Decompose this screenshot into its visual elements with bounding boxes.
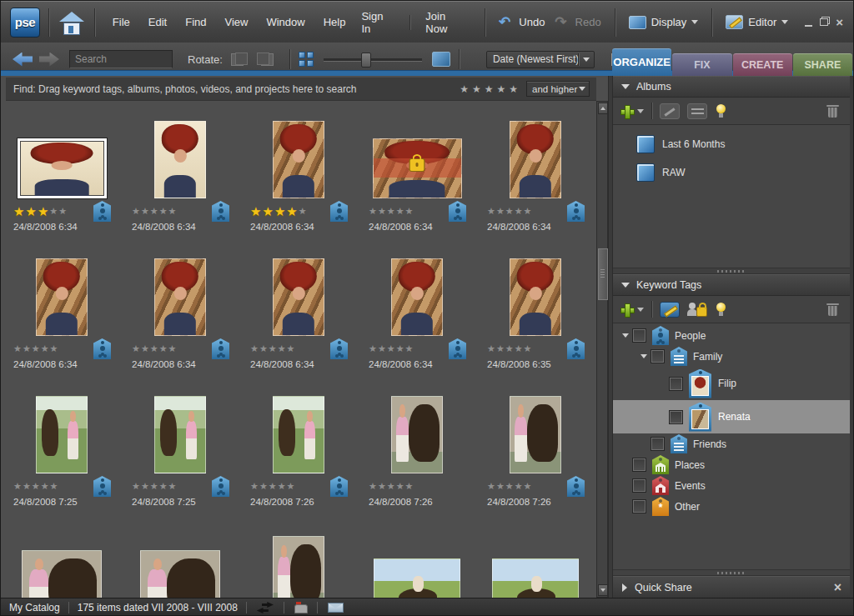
editor-menu-button[interactable]: Editor [721,12,793,33]
star-icon[interactable]: ★ [132,343,140,354]
keyword-tag-item-places[interactable]: Places [613,454,850,475]
star-icon[interactable]: ★ [41,343,49,354]
star-icon[interactable]: ★ [141,343,149,354]
star-icon[interactable]: ★ [49,206,58,217]
album-item-raw[interactable]: RAW [613,158,850,187]
edit-album-button[interactable] [660,103,680,119]
photo-thumbnail[interactable] [391,396,443,473]
rating-filter-stars[interactable]: ★★★★★ [460,83,518,95]
star-rating[interactable]: ★★★★★ [250,481,294,492]
tab-create[interactable]: CREATE [733,53,792,76]
star-icon[interactable]: ★ [141,206,149,217]
keyword-tag-badge[interactable] [212,476,229,497]
keyword-tag-badge[interactable] [567,338,585,359]
star-icon[interactable]: ★ [269,481,277,492]
star-icon[interactable]: ★ [150,481,158,492]
keyword-tag-badge[interactable] [93,338,111,359]
star-icon[interactable]: ★ [259,343,268,354]
star-icon[interactable]: ★ [132,481,140,492]
star-icon[interactable]: ★ [58,206,67,217]
star-icon[interactable]: ★ [23,343,31,354]
star-icon[interactable]: ★ [505,481,514,492]
album-tip-lightbulb-icon[interactable] [715,103,728,119]
back-button[interactable] [13,53,33,67]
star-rating[interactable]: ★★★★★ [132,206,176,217]
slider-thumb[interactable] [361,53,371,68]
delete-tag-button[interactable] [826,302,840,318]
star-rating[interactable]: ★★★★★ [13,343,58,354]
menu-find[interactable]: Find [178,13,214,32]
face-recognition-button[interactable] [687,302,707,318]
star-rating[interactable]: ★★★★★ [250,204,307,219]
star-icon[interactable]: ★ [286,204,297,219]
tag-checkbox[interactable] [632,478,646,493]
star-icon[interactable]: ★ [159,481,168,492]
tab-share[interactable]: SHARE [793,53,852,76]
photo-thumbnail[interactable] [273,396,324,473]
star-rating[interactable]: ★★★★★ [369,343,413,354]
star-icon[interactable]: ★ [487,481,495,492]
keyword-tag-badge[interactable] [567,476,585,497]
redo-button[interactable]: ↷ Redo [550,10,605,34]
photo-thumbnail[interactable] [36,396,88,473]
tag-checkbox[interactable] [669,410,683,424]
photo-thumbnail[interactable] [154,396,206,473]
star-rating[interactable]: ★★★★★ [132,481,176,492]
rotate-left-button[interactable] [229,51,249,68]
star-icon[interactable]: ★ [38,204,48,219]
photo-thumbnail[interactable] [391,258,443,336]
rating-range-dropdown[interactable]: and higher [526,81,590,97]
star-rating[interactable]: ★★★★★ [13,481,58,492]
star-icon[interactable]: ★ [524,206,532,217]
star-icon[interactable]: ★ [41,481,49,492]
tag-checkbox[interactable] [651,349,665,363]
star-icon[interactable]: ★ [396,206,404,217]
keyword-tag-item-family[interactable]: Family [613,346,850,367]
tag-tip-lightbulb-icon[interactable] [715,302,728,318]
keyword-tag-badge[interactable] [330,338,348,359]
home-button[interactable] [58,10,86,35]
keyword-tag-badge[interactable] [567,201,585,222]
star-icon[interactable]: ★ [168,206,177,217]
star-icon[interactable]: ★ [278,343,286,354]
keyword-tag-item-people[interactable]: People [613,325,850,346]
star-icon[interactable]: ★ [505,343,514,354]
photo-thumbnail[interactable] [154,121,206,198]
star-icon[interactable]: ★ [487,206,495,217]
star-icon[interactable]: ★ [378,206,386,217]
star-icon[interactable]: ★ [287,481,295,492]
keyword-tag-item-friends[interactable]: Friends [613,433,850,454]
star-icon[interactable]: ★ [405,343,414,354]
keyword-tag-badge[interactable] [330,476,348,497]
display-menu-button[interactable]: Display [624,13,704,33]
star-icon[interactable]: ★ [405,206,414,217]
star-icon[interactable]: ★ [378,481,386,492]
star-icon[interactable]: ★ [387,343,395,354]
star-rating[interactable]: ★★★★★ [487,206,531,217]
star-icon[interactable]: ★ [369,206,377,217]
find-drop-bar[interactable]: Find: Drag keyword tags, albums, photos,… [6,78,596,101]
menu-view[interactable]: View [218,13,256,32]
tag-checkbox[interactable] [632,499,646,513]
star-icon[interactable]: ★ [278,481,286,492]
star-icon[interactable]: ★ [250,343,259,354]
keyword-tag-badge[interactable] [93,201,111,222]
photo-thumbnail[interactable] [510,121,561,198]
restore-button[interactable] [820,18,828,26]
star-rating[interactable]: ★★★★★ [487,481,531,492]
photo-thumbnail[interactable] [18,138,107,198]
star-icon[interactable]: ★ [515,206,523,217]
photo-thumbnail[interactable] [373,138,462,198]
star-icon[interactable]: ★ [259,481,268,492]
keyword-tag-badge[interactable] [330,201,348,222]
photo-thumbnail[interactable] [36,258,88,336]
tab-fix[interactable]: FIX [672,53,731,76]
keyword-tag-item-other[interactable]: *Other [613,496,850,517]
star-icon[interactable]: ★ [168,343,177,354]
new-keyword-tag-button[interactable] [620,303,644,317]
star-icon[interactable]: ★ [25,204,36,219]
search-input[interactable] [69,50,173,68]
close-button[interactable]: × [836,18,843,27]
star-icon[interactable]: ★ [50,343,58,354]
tag-checkbox[interactable] [669,377,683,391]
